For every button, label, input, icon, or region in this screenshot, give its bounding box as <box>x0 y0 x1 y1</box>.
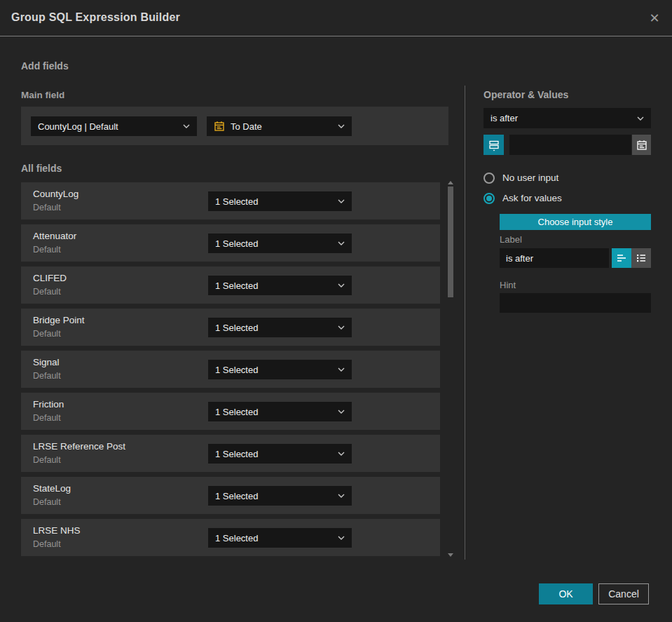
bullet-list-icon[interactable] <box>631 248 651 268</box>
all-fields-list: CountyLog Default 1 Selected Attenuator … <box>21 182 440 561</box>
main-field-label: Main field <box>21 90 64 100</box>
operator-values-heading: Operator & Values <box>484 89 568 100</box>
chevron-down-icon <box>338 325 345 330</box>
field-selected-dropdown[interactable]: 1 Selected <box>208 234 352 253</box>
field-name: CountyLog <box>33 189 78 199</box>
field-subtitle: Default <box>33 329 61 339</box>
value-input[interactable] <box>509 135 631 155</box>
field-selected-count: 1 Selected <box>215 323 334 333</box>
chevron-down-icon <box>338 241 345 245</box>
field-subtitle: Default <box>33 287 61 297</box>
field-name: Signal <box>33 357 60 367</box>
chevron-down-icon <box>338 452 345 456</box>
radio-icon[interactable] <box>484 193 495 204</box>
field-row: LRSE Reference Post Default 1 Selected <box>21 435 440 472</box>
field-subtitle: Default <box>33 245 61 255</box>
label-caption: Label <box>500 234 522 245</box>
scroll-up-arrow-icon[interactable] <box>448 181 453 184</box>
chevron-down-icon <box>338 199 345 203</box>
chevron-down-icon <box>637 116 644 121</box>
label-input[interactable] <box>500 248 609 268</box>
chevron-down-icon <box>338 283 345 288</box>
chevron-down-icon <box>338 494 345 498</box>
field-selected-dropdown[interactable]: 1 Selected <box>208 444 352 464</box>
close-icon[interactable]: ✕ <box>645 9 664 27</box>
calendar-icon[interactable] <box>632 135 651 155</box>
field-name: CLIFED <box>33 273 67 283</box>
field-name: LRSE Reference Post <box>33 441 125 452</box>
field-name: Bridge Point <box>33 315 85 325</box>
operator-select-value: is after <box>491 113 633 123</box>
field-row: Bridge Point Default 1 Selected <box>21 309 440 346</box>
radio-ask-for-values[interactable]: Ask for values <box>484 192 562 204</box>
field-row: Attenuator Default 1 Selected <box>21 224 440 262</box>
field-selected-count: 1 Selected <box>215 533 334 543</box>
choose-input-style-button[interactable]: Choose input style <box>500 214 651 230</box>
field-subtitle: Default <box>33 413 61 423</box>
field-selected-dropdown[interactable]: 1 Selected <box>208 318 352 337</box>
field-row: CountyLog Default 1 Selected <box>21 182 440 219</box>
hint-caption: Hint <box>500 280 516 290</box>
panel-divider <box>465 86 465 560</box>
chevron-down-icon <box>338 536 345 540</box>
field-row: Signal Default 1 Selected <box>21 351 440 388</box>
field-subtitle: Default <box>33 203 61 212</box>
radio-no-user-input-label: No user input <box>502 173 558 183</box>
cancel-button[interactable]: Cancel <box>598 583 649 604</box>
main-field-select-value: CountyLog | Default <box>38 121 179 132</box>
field-selected-count: 1 Selected <box>215 449 334 459</box>
main-field-panel: CountyLog | Default To Date <box>21 107 448 145</box>
field-row: CLIFED Default 1 Selected <box>21 266 440 304</box>
field-selected-dropdown[interactable]: 1 Selected <box>208 360 352 379</box>
field-selected-count: 1 Selected <box>215 196 334 207</box>
chevron-down-icon <box>183 124 190 128</box>
field-selected-dropdown[interactable]: 1 Selected <box>208 191 352 211</box>
input-style-icon[interactable] <box>484 135 504 155</box>
main-field-select[interactable]: CountyLog | Default <box>31 116 197 136</box>
group-sql-expression-builder-dialog: { "window": { "title": "Group SQL Expres… <box>0 0 672 622</box>
field-selected-dropdown[interactable]: 1 Selected <box>208 528 352 548</box>
all-fields-heading: All fields <box>21 163 62 174</box>
chevron-down-icon <box>338 410 345 414</box>
field-selected-dropdown[interactable]: 1 Selected <box>208 276 352 295</box>
radio-icon[interactable] <box>484 173 495 184</box>
add-fields-heading: Add fields <box>21 60 69 72</box>
scrollbar-thumb[interactable] <box>448 187 453 297</box>
field-subtitle: Default <box>33 455 61 465</box>
hint-input[interactable] <box>500 293 651 313</box>
title-bar: Group SQL Expression Builder ✕ <box>0 0 672 36</box>
operator-select[interactable]: is after <box>484 108 651 128</box>
field-subtitle: Default <box>33 497 61 507</box>
scroll-down-arrow-icon[interactable] <box>448 553 453 557</box>
field-selected-dropdown[interactable]: 1 Selected <box>208 402 352 421</box>
field-selected-count: 1 Selected <box>215 238 334 249</box>
field-selected-count: 1 Selected <box>215 491 334 501</box>
field-selected-count: 1 Selected <box>215 407 334 417</box>
field-selected-dropdown[interactable]: 1 Selected <box>208 486 352 506</box>
chevron-down-icon <box>338 367 345 372</box>
radio-no-user-input[interactable]: No user input <box>484 172 558 184</box>
field-name: StateLog <box>33 483 71 494</box>
field-name: Friction <box>33 399 64 410</box>
field-name: Attenuator <box>33 231 76 241</box>
main-field-date-select[interactable]: To Date <box>207 116 352 136</box>
dialog-title: Group SQL Expression Builder <box>11 11 180 24</box>
field-row: StateLog Default 1 Selected <box>21 477 440 514</box>
list-scrollbar[interactable] <box>446 180 455 558</box>
field-row: LRSE NHS Default 1 Selected <box>21 519 440 556</box>
field-selected-count: 1 Selected <box>215 280 334 291</box>
radio-ask-for-values-label: Ask for values <box>502 193 562 203</box>
field-subtitle: Default <box>33 539 61 549</box>
align-left-icon[interactable] <box>612 248 631 268</box>
chevron-down-icon <box>338 124 345 128</box>
ok-button[interactable]: OK <box>539 583 593 604</box>
main-field-date-select-value: To Date <box>231 121 334 132</box>
field-row: Friction Default 1 Selected <box>21 393 440 430</box>
calendar-icon <box>214 121 225 132</box>
field-name: LRSE NHS <box>33 525 81 536</box>
field-subtitle: Default <box>33 371 61 381</box>
field-selected-count: 1 Selected <box>215 365 334 375</box>
